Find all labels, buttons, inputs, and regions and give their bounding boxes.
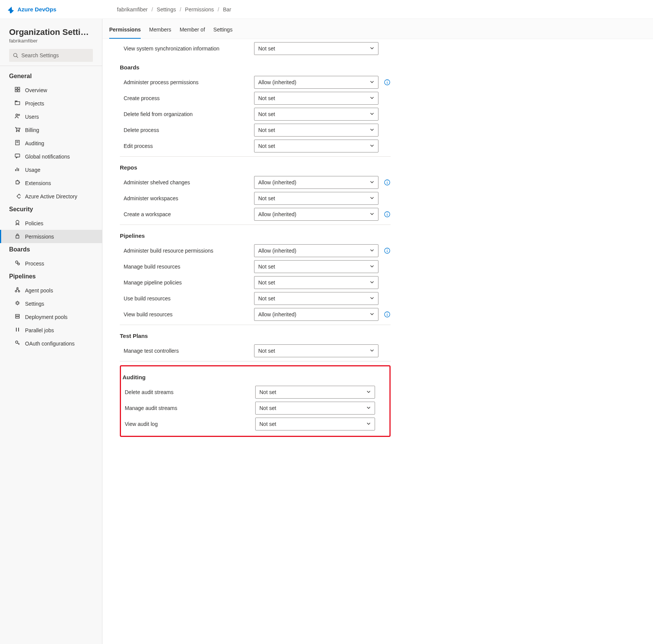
nav-heading: Boards: [0, 243, 102, 257]
sidebar-item-usage[interactable]: Usage: [0, 163, 102, 176]
sidebar-item-label: Auditing: [25, 140, 44, 146]
chevron-down-icon: [370, 295, 374, 302]
sidebar-item-projects[interactable]: Projects: [0, 97, 102, 110]
key-icon: [14, 340, 20, 347]
permission-value: Allow (inherited): [258, 179, 296, 185]
permission-row: Manage pipeline policiesNot set: [120, 275, 391, 291]
permission-row: Delete audit streamsNot set: [121, 384, 387, 400]
sidebar-item-billing[interactable]: Billing: [0, 123, 102, 137]
permission-select[interactable]: Not set: [254, 344, 378, 357]
chevron-down-icon: [366, 389, 371, 395]
permission-value: Allow (inherited): [258, 248, 296, 254]
permission-select[interactable]: Not set: [254, 292, 378, 305]
sidebar-item-deployment-pools[interactable]: Deployment pools: [0, 310, 102, 324]
permission-select[interactable]: Not set: [254, 192, 378, 205]
chevron-down-icon: [370, 311, 374, 317]
chevron-down-icon: [370, 143, 374, 149]
info-icon[interactable]: [384, 311, 391, 317]
permission-select[interactable]: Not set: [255, 402, 375, 415]
sidebar-item-aad[interactable]: Azure Active Directory: [0, 190, 102, 203]
breadcrumb-sep: /: [180, 6, 181, 13]
permission-row: Manage test controllersNot set: [120, 343, 391, 359]
permission-select[interactable]: Not set: [254, 140, 378, 152]
sidebar: Organization Setti… fabrikamfiber Genera…: [0, 19, 102, 644]
permission-label: Administer process permissions: [120, 79, 249, 85]
search-settings[interactable]: [9, 49, 93, 62]
sidebar-item-overview[interactable]: Overview: [0, 83, 102, 97]
permission-value: Not set: [259, 389, 276, 395]
tab-members[interactable]: Members: [149, 27, 171, 39]
permission-value: Not set: [258, 264, 275, 270]
brand-text: Azure DevOps: [17, 6, 57, 13]
permission-value: Not set: [259, 405, 276, 411]
permission-value: Not set: [258, 111, 275, 117]
permission-select[interactable]: Not set: [254, 92, 378, 105]
chevron-down-icon: [370, 95, 374, 101]
sidebar-item-agent-pools[interactable]: Agent pools: [0, 284, 102, 297]
permission-row: Create a workspaceAllow (inherited): [120, 206, 391, 222]
breadcrumb-item[interactable]: fabrikamfiber: [117, 6, 148, 13]
tab-member-of[interactable]: Member of: [180, 27, 205, 39]
permission-select[interactable]: Not set: [254, 42, 378, 55]
permission-select[interactable]: Not set: [254, 124, 378, 137]
permission-label: View system synchronization information: [120, 46, 249, 52]
breadcrumb-item[interactable]: Permissions: [185, 6, 214, 13]
nav-heading: Pipelines: [0, 270, 102, 284]
sidebar-item-settings[interactable]: Settings: [0, 297, 102, 310]
sidebar-item-users[interactable]: Users: [0, 110, 102, 123]
sidebar-item-global-notifications[interactable]: Global notifications: [0, 150, 102, 163]
sidebar-item-permissions[interactable]: Permissions: [0, 230, 102, 243]
search-input[interactable]: [21, 52, 89, 58]
divider: [0, 66, 102, 66]
badge-icon: [14, 220, 20, 227]
receipt-icon: [14, 140, 20, 147]
sidebar-item-parallel-jobs[interactable]: Parallel jobs: [0, 324, 102, 337]
tab-permissions[interactable]: Permissions: [109, 27, 141, 39]
page-title: Organization Setti…: [0, 27, 102, 37]
nav-heading: Security: [0, 203, 102, 217]
gear-icon: [14, 300, 20, 307]
brand-logo[interactable]: Azure DevOps: [7, 6, 57, 13]
permission-select[interactable]: Allow (inherited): [254, 176, 378, 189]
sidebar-item-process[interactable]: Process: [0, 257, 102, 270]
permission-row: Delete field from organizationNot set: [120, 106, 391, 122]
sidebar-item-policies[interactable]: Policies: [0, 217, 102, 230]
chevron-down-icon: [366, 421, 371, 427]
permission-select[interactable]: Allow (inherited): [254, 76, 378, 89]
info-icon[interactable]: [384, 248, 391, 254]
sidebar-item-oauth[interactable]: OAuth configurations: [0, 337, 102, 350]
info-icon[interactable]: [384, 211, 391, 217]
permission-select[interactable]: Allow (inherited): [254, 244, 378, 257]
top-header: Azure DevOps fabrikamfiber/Settings/Perm…: [0, 0, 653, 19]
comment-icon: [14, 153, 20, 160]
permission-label: Use build resources: [120, 295, 249, 302]
section-heading: Test Plans: [120, 325, 391, 343]
permission-label: Create process: [120, 95, 249, 101]
breadcrumb-item[interactable]: Settings: [157, 6, 176, 13]
chevron-down-icon: [370, 264, 374, 270]
permission-select[interactable]: Allow (inherited): [254, 308, 378, 321]
permission-row: View audit logNot set: [121, 416, 387, 432]
sidebar-item-label: Parallel jobs: [25, 327, 54, 333]
chevron-down-icon: [370, 179, 374, 185]
permission-select[interactable]: Allow (inherited): [254, 208, 378, 221]
permission-label: Edit process: [120, 143, 249, 149]
puzzle-icon: [14, 179, 20, 187]
cart-icon: [14, 126, 20, 134]
permission-select[interactable]: Not set: [254, 276, 378, 289]
sidebar-item-label: Projects: [25, 101, 44, 107]
permission-row: Create processNot set: [120, 90, 391, 106]
breadcrumb-item[interactable]: Bar: [223, 6, 231, 13]
info-icon[interactable]: [384, 79, 391, 85]
sidebar-item-extensions[interactable]: Extensions: [0, 176, 102, 190]
sidebar-item-auditing[interactable]: Auditing: [0, 137, 102, 150]
permission-select[interactable]: Not set: [254, 108, 378, 121]
chevron-down-icon: [370, 127, 374, 133]
permission-select[interactable]: Not set: [255, 418, 375, 430]
info-icon[interactable]: [384, 179, 391, 185]
chevron-down-icon: [370, 46, 374, 52]
tab-settings[interactable]: Settings: [213, 27, 233, 39]
permission-select[interactable]: Not set: [255, 386, 375, 399]
breadcrumb-sep: /: [218, 6, 219, 13]
permission-select[interactable]: Not set: [254, 260, 378, 273]
